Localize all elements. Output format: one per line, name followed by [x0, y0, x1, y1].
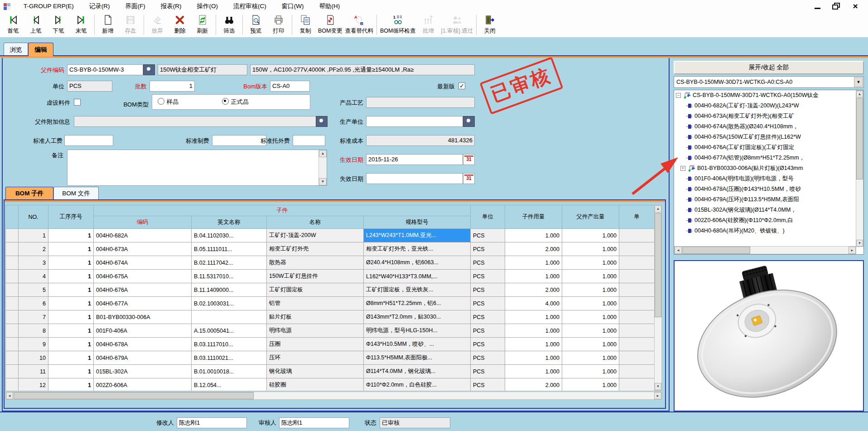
- toolbar-button-copy[interactable]: 复制: [294, 13, 317, 37]
- cell-unit[interactable]: PCS: [471, 242, 505, 256]
- bom-version-field[interactable]: CS-A0: [270, 81, 310, 92]
- tab-browse[interactable]: 浏览: [4, 43, 28, 56]
- cell-unit[interactable]: PCS: [471, 270, 505, 283]
- cell-code[interactable]: 004H0-673A: [94, 242, 192, 256]
- cell-name[interactable]: 硅胶圈: [267, 378, 364, 391]
- cell-out[interactable]: 1.000: [562, 256, 619, 270]
- cell-spec[interactable]: Φ113.5*H5MM,表面阳极...: [364, 351, 471, 365]
- tree-hscrollbar[interactable]: ◄ ►: [674, 246, 856, 254]
- cell-seq[interactable]: 1: [48, 229, 94, 242]
- expire-calendar-button[interactable]: 31: [463, 173, 475, 184]
- menu-item-6[interactable]: 窗口(W): [274, 0, 312, 12]
- cell-name[interactable]: 相变工矿灯外壳: [267, 242, 364, 256]
- cell-en[interactable]: B.04.1102030...: [192, 229, 267, 242]
- cell-ind[interactable]: [6, 310, 19, 324]
- cell-qty[interactable]: 1.000: [505, 229, 562, 242]
- tree-vscrollbar[interactable]: ▲ ▼: [856, 90, 863, 247]
- phantom-checkbox[interactable]: [74, 99, 81, 106]
- cell-qty[interactable]: 1.000: [505, 365, 562, 378]
- cell-last[interactable]: [619, 351, 655, 365]
- tree-item[interactable]: 004H0-677A(铝管)(Ø8mm*H51*T2.25mm，: [674, 153, 863, 163]
- grid-vscrollbar[interactable]: ▲ ▼: [654, 205, 662, 391]
- cell-name[interactable]: 压环: [267, 351, 364, 365]
- cell-spec[interactable]: 相变工矿灯外壳，亚光铁...: [364, 242, 471, 256]
- cell-seq[interactable]: 1: [48, 297, 94, 310]
- cell-out[interactable]: 1.000: [562, 242, 619, 256]
- cell-out[interactable]: 1.000: [562, 297, 619, 310]
- cell-no[interactable]: 10: [19, 351, 48, 365]
- cell-seq[interactable]: 1: [48, 338, 94, 351]
- scroll-down-icon[interactable]: ▼: [655, 383, 661, 390]
- toolbar-button-nav-next[interactable]: 下笔: [47, 13, 70, 37]
- parent-code-field[interactable]: CS-BYB-0-150MW-3: [67, 64, 143, 75]
- tree-item[interactable]: 004H0-679A(压环)(Φ113.5*H5MM,表面阳: [674, 194, 863, 205]
- cell-name[interactable]: 铝管: [267, 297, 364, 310]
- tree-item[interactable]: 001F0-406A(明纬电源)(明纬电源，型号: [674, 174, 863, 184]
- cell-no[interactable]: 8: [19, 324, 48, 338]
- table-row[interactable]: 71B01-BYB00330-006A贴片灯板Ø143mm*T2.0mm，贴30…: [6, 310, 655, 324]
- cell-seq[interactable]: 1: [48, 283, 94, 297]
- cell-name[interactable]: 明纬电源: [267, 324, 364, 338]
- cell-spec[interactable]: Ø240.4*H108mm，铝6063...: [364, 256, 471, 270]
- tree-item[interactable]: 002Z0-606A(硅胶圈)(Φ110*Φ2.0mm,白: [674, 215, 863, 226]
- cell-en[interactable]: B.11.1409000...: [192, 283, 267, 297]
- scroll-down-icon[interactable]: ▼: [319, 178, 327, 185]
- cell-out[interactable]: 1.000: [562, 229, 619, 242]
- bom-version-dropdown[interactable]: CS-BYB-0-150MW-30D71-WCTKG-A0:CS-A0 ▼: [674, 76, 864, 88]
- cell-no[interactable]: 6: [19, 297, 48, 310]
- cell-name[interactable]: 贴片灯板: [267, 310, 364, 324]
- cell-unit[interactable]: PCS: [471, 310, 505, 324]
- cell-no[interactable]: 1: [19, 229, 48, 242]
- col-header-spec[interactable]: 规格型号: [364, 216, 471, 229]
- tab-bom-children[interactable]: BOM 子件: [5, 187, 53, 199]
- cell-en[interactable]: B.01.0010018...: [192, 365, 267, 378]
- cell-ind[interactable]: [6, 324, 19, 338]
- cell-spec[interactable]: Φ110*Φ2.0mm，白色硅胶...: [364, 378, 471, 391]
- cell-spec[interactable]: L162*W40*H133*T3.0MM,...: [364, 270, 471, 283]
- scroll-down-icon[interactable]: ▼: [856, 240, 863, 247]
- cell-last[interactable]: [619, 310, 655, 324]
- menu-item-7[interactable]: 帮助(H): [312, 0, 348, 12]
- cell-code[interactable]: 015BL-302A: [94, 365, 192, 378]
- cell-en[interactable]: A.15.0005041...: [192, 324, 267, 338]
- minimize-button[interactable]: [811, 2, 824, 11]
- batch-field[interactable]: 1: [149, 81, 195, 92]
- cell-code[interactable]: 004H0-682A: [94, 229, 192, 242]
- cell-out[interactable]: 1.000: [562, 324, 619, 338]
- cell-last[interactable]: [619, 256, 655, 270]
- cell-seq[interactable]: 1: [48, 242, 94, 256]
- cell-ind[interactable]: [6, 351, 19, 365]
- toolbar-button-print[interactable]: 打印: [267, 13, 290, 37]
- scroll-thumb[interactable]: [14, 392, 254, 399]
- col-header-name[interactable]: 名称: [267, 216, 364, 229]
- cell-spec[interactable]: 明纬电源，型号HLG-150H...: [364, 324, 471, 338]
- cell-no[interactable]: 11: [19, 365, 48, 378]
- expand-icon[interactable]: +: [680, 166, 685, 171]
- tree-item[interactable]: +B01-BYB00330-006A(贴片灯板)(Ø143mm: [674, 163, 863, 174]
- cell-unit[interactable]: PCS: [471, 338, 505, 351]
- cell-spec[interactable]: Ø8mm*H51*T2.25mm，铝6...: [364, 297, 471, 310]
- cell-ind[interactable]: [6, 365, 19, 378]
- cell-code[interactable]: 004H0-679A: [94, 351, 192, 365]
- cell-last[interactable]: [619, 297, 655, 310]
- tree-item[interactable]: 015BL-302A(钢化玻璃)(Ø114*T4.0MM，: [674, 205, 863, 215]
- prod-unit-field[interactable]: [366, 116, 463, 127]
- cell-ind[interactable]: [6, 338, 19, 351]
- col-header-seq[interactable]: 工序序号: [48, 205, 94, 229]
- cell-en[interactable]: B.05.1111011...: [192, 242, 267, 256]
- cell-ind[interactable]: [6, 378, 19, 391]
- cell-last[interactable]: [619, 365, 655, 378]
- cell-ind[interactable]: [6, 297, 19, 310]
- menu-item-0[interactable]: T-GROUP ERP(E): [16, 0, 82, 12]
- prod-unit-lookup-button[interactable]: [463, 116, 475, 127]
- parent-code-lookup-button[interactable]: [143, 64, 155, 75]
- table-row[interactable]: 101004H0-679AB.03.1110021...压环Φ113.5*H5M…: [6, 351, 655, 365]
- cell-ind[interactable]: [6, 256, 19, 270]
- cell-last[interactable]: [619, 324, 655, 338]
- cell-qty[interactable]: 2.000: [505, 283, 562, 297]
- table-row[interactable]: 41004H0-675AB.11.5317010...150W工矿灯悬挂件L16…: [6, 270, 655, 283]
- cell-code[interactable]: 004H0-675A: [94, 270, 192, 283]
- cell-seq[interactable]: 1: [48, 270, 94, 283]
- cell-name[interactable]: 压圈: [267, 338, 364, 351]
- cell-name[interactable]: 工矿灯固定板: [267, 283, 364, 297]
